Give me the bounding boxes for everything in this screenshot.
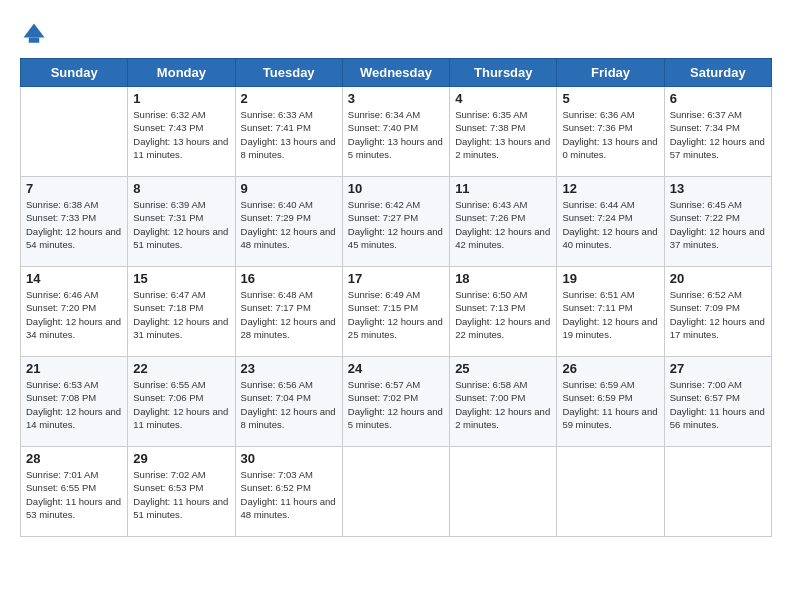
calendar-cell: 4Sunrise: 6:35 AM Sunset: 7:38 PM Daylig… (450, 87, 557, 177)
day-number: 28 (26, 451, 122, 466)
calendar-cell: 17Sunrise: 6:49 AM Sunset: 7:15 PM Dayli… (342, 267, 449, 357)
day-info: Sunrise: 6:55 AM Sunset: 7:06 PM Dayligh… (133, 378, 229, 431)
day-number: 26 (562, 361, 658, 376)
calendar-cell: 24Sunrise: 6:57 AM Sunset: 7:02 PM Dayli… (342, 357, 449, 447)
day-number: 6 (670, 91, 766, 106)
day-info: Sunrise: 6:36 AM Sunset: 7:36 PM Dayligh… (562, 108, 658, 161)
day-number: 8 (133, 181, 229, 196)
day-number: 14 (26, 271, 122, 286)
day-of-week-saturday: Saturday (664, 59, 771, 87)
day-info: Sunrise: 6:43 AM Sunset: 7:26 PM Dayligh… (455, 198, 551, 251)
day-of-week-friday: Friday (557, 59, 664, 87)
day-info: Sunrise: 7:02 AM Sunset: 6:53 PM Dayligh… (133, 468, 229, 521)
calendar-cell: 30Sunrise: 7:03 AM Sunset: 6:52 PM Dayli… (235, 447, 342, 537)
calendar-cell: 5Sunrise: 6:36 AM Sunset: 7:36 PM Daylig… (557, 87, 664, 177)
calendar-cell (664, 447, 771, 537)
day-info: Sunrise: 6:51 AM Sunset: 7:11 PM Dayligh… (562, 288, 658, 341)
day-number: 30 (241, 451, 337, 466)
calendar-cell: 15Sunrise: 6:47 AM Sunset: 7:18 PM Dayli… (128, 267, 235, 357)
day-number: 18 (455, 271, 551, 286)
calendar-cell: 27Sunrise: 7:00 AM Sunset: 6:57 PM Dayli… (664, 357, 771, 447)
calendar-week-row: 7Sunrise: 6:38 AM Sunset: 7:33 PM Daylig… (21, 177, 772, 267)
day-number: 5 (562, 91, 658, 106)
calendar-cell (21, 87, 128, 177)
day-info: Sunrise: 6:33 AM Sunset: 7:41 PM Dayligh… (241, 108, 337, 161)
day-number: 21 (26, 361, 122, 376)
day-info: Sunrise: 6:46 AM Sunset: 7:20 PM Dayligh… (26, 288, 122, 341)
logo (20, 20, 52, 48)
day-number: 3 (348, 91, 444, 106)
day-number: 24 (348, 361, 444, 376)
day-info: Sunrise: 6:59 AM Sunset: 6:59 PM Dayligh… (562, 378, 658, 431)
day-of-week-tuesday: Tuesday (235, 59, 342, 87)
calendar-cell: 6Sunrise: 6:37 AM Sunset: 7:34 PM Daylig… (664, 87, 771, 177)
day-info: Sunrise: 6:38 AM Sunset: 7:33 PM Dayligh… (26, 198, 122, 251)
calendar-cell: 22Sunrise: 6:55 AM Sunset: 7:06 PM Dayli… (128, 357, 235, 447)
calendar-cell: 12Sunrise: 6:44 AM Sunset: 7:24 PM Dayli… (557, 177, 664, 267)
calendar-cell: 20Sunrise: 6:52 AM Sunset: 7:09 PM Dayli… (664, 267, 771, 357)
day-number: 17 (348, 271, 444, 286)
calendar-cell: 25Sunrise: 6:58 AM Sunset: 7:00 PM Dayli… (450, 357, 557, 447)
day-number: 16 (241, 271, 337, 286)
calendar-cell: 23Sunrise: 6:56 AM Sunset: 7:04 PM Dayli… (235, 357, 342, 447)
calendar-week-row: 1Sunrise: 6:32 AM Sunset: 7:43 PM Daylig… (21, 87, 772, 177)
day-number: 29 (133, 451, 229, 466)
day-info: Sunrise: 6:52 AM Sunset: 7:09 PM Dayligh… (670, 288, 766, 341)
day-info: Sunrise: 6:58 AM Sunset: 7:00 PM Dayligh… (455, 378, 551, 431)
day-of-week-thursday: Thursday (450, 59, 557, 87)
calendar-cell: 26Sunrise: 6:59 AM Sunset: 6:59 PM Dayli… (557, 357, 664, 447)
day-info: Sunrise: 6:53 AM Sunset: 7:08 PM Dayligh… (26, 378, 122, 431)
day-of-week-wednesday: Wednesday (342, 59, 449, 87)
day-info: Sunrise: 6:37 AM Sunset: 7:34 PM Dayligh… (670, 108, 766, 161)
day-info: Sunrise: 7:03 AM Sunset: 6:52 PM Dayligh… (241, 468, 337, 521)
day-number: 1 (133, 91, 229, 106)
calendar-cell (557, 447, 664, 537)
day-number: 13 (670, 181, 766, 196)
calendar-cell: 13Sunrise: 6:45 AM Sunset: 7:22 PM Dayli… (664, 177, 771, 267)
calendar-cell: 18Sunrise: 6:50 AM Sunset: 7:13 PM Dayli… (450, 267, 557, 357)
day-info: Sunrise: 6:49 AM Sunset: 7:15 PM Dayligh… (348, 288, 444, 341)
calendar-cell: 11Sunrise: 6:43 AM Sunset: 7:26 PM Dayli… (450, 177, 557, 267)
svg-marker-0 (24, 24, 45, 38)
calendar-cell: 1Sunrise: 6:32 AM Sunset: 7:43 PM Daylig… (128, 87, 235, 177)
calendar-cell: 28Sunrise: 7:01 AM Sunset: 6:55 PM Dayli… (21, 447, 128, 537)
calendar-header-row: SundayMondayTuesdayWednesdayThursdayFrid… (21, 59, 772, 87)
day-info: Sunrise: 6:45 AM Sunset: 7:22 PM Dayligh… (670, 198, 766, 251)
day-number: 27 (670, 361, 766, 376)
day-number: 9 (241, 181, 337, 196)
svg-rect-1 (29, 38, 40, 43)
day-of-week-sunday: Sunday (21, 59, 128, 87)
calendar-cell: 7Sunrise: 6:38 AM Sunset: 7:33 PM Daylig… (21, 177, 128, 267)
calendar-cell: 9Sunrise: 6:40 AM Sunset: 7:29 PM Daylig… (235, 177, 342, 267)
day-number: 15 (133, 271, 229, 286)
day-info: Sunrise: 6:34 AM Sunset: 7:40 PM Dayligh… (348, 108, 444, 161)
day-info: Sunrise: 6:40 AM Sunset: 7:29 PM Dayligh… (241, 198, 337, 251)
calendar-cell: 16Sunrise: 6:48 AM Sunset: 7:17 PM Dayli… (235, 267, 342, 357)
day-info: Sunrise: 6:57 AM Sunset: 7:02 PM Dayligh… (348, 378, 444, 431)
day-info: Sunrise: 6:32 AM Sunset: 7:43 PM Dayligh… (133, 108, 229, 161)
day-number: 11 (455, 181, 551, 196)
day-number: 7 (26, 181, 122, 196)
day-number: 12 (562, 181, 658, 196)
day-info: Sunrise: 6:56 AM Sunset: 7:04 PM Dayligh… (241, 378, 337, 431)
day-number: 25 (455, 361, 551, 376)
calendar-cell: 2Sunrise: 6:33 AM Sunset: 7:41 PM Daylig… (235, 87, 342, 177)
day-number: 22 (133, 361, 229, 376)
day-number: 2 (241, 91, 337, 106)
page-header (20, 20, 772, 48)
day-info: Sunrise: 6:47 AM Sunset: 7:18 PM Dayligh… (133, 288, 229, 341)
day-number: 10 (348, 181, 444, 196)
calendar-cell: 21Sunrise: 6:53 AM Sunset: 7:08 PM Dayli… (21, 357, 128, 447)
day-info: Sunrise: 7:00 AM Sunset: 6:57 PM Dayligh… (670, 378, 766, 431)
calendar-week-row: 28Sunrise: 7:01 AM Sunset: 6:55 PM Dayli… (21, 447, 772, 537)
day-info: Sunrise: 6:48 AM Sunset: 7:17 PM Dayligh… (241, 288, 337, 341)
calendar-cell (342, 447, 449, 537)
calendar-table: SundayMondayTuesdayWednesdayThursdayFrid… (20, 58, 772, 537)
day-info: Sunrise: 7:01 AM Sunset: 6:55 PM Dayligh… (26, 468, 122, 521)
calendar-cell: 29Sunrise: 7:02 AM Sunset: 6:53 PM Dayli… (128, 447, 235, 537)
calendar-week-row: 14Sunrise: 6:46 AM Sunset: 7:20 PM Dayli… (21, 267, 772, 357)
day-info: Sunrise: 6:44 AM Sunset: 7:24 PM Dayligh… (562, 198, 658, 251)
calendar-cell: 3Sunrise: 6:34 AM Sunset: 7:40 PM Daylig… (342, 87, 449, 177)
day-number: 23 (241, 361, 337, 376)
day-number: 20 (670, 271, 766, 286)
